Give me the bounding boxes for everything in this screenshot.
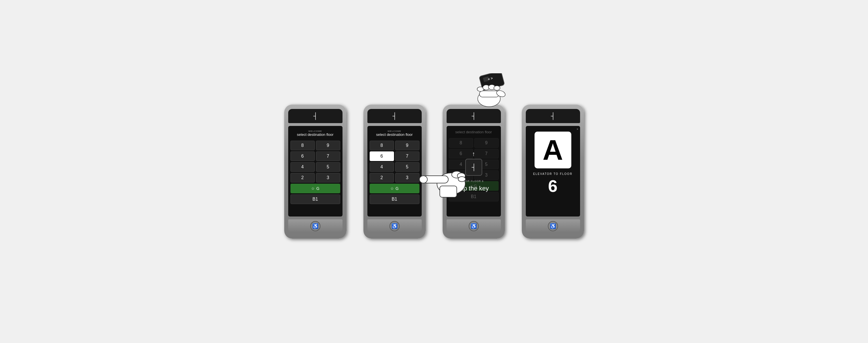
wheelchair-icon-3: ♿: [471, 223, 477, 229]
device-4-bottom: ♿: [526, 219, 580, 233]
floor-btn-3[interactable]: 3: [316, 173, 340, 182]
device-1-welcome: WELCOME: [297, 130, 334, 133]
elevator-letter: A: [542, 136, 563, 164]
floor-btn-4[interactable]: 4: [290, 162, 315, 172]
device-4: ┤ × A ELEVATOR TO FLOOR 6 ♿: [522, 105, 584, 238]
d2-floor-btn-9[interactable]: 9: [395, 141, 420, 150]
floor-btn-9[interactable]: 9: [316, 141, 340, 150]
device-1: ┤ WELCOME select destination floor 8 9 6…: [284, 105, 346, 238]
device-1-logo: ┤: [313, 112, 317, 120]
device-2-accessibility[interactable]: ♿: [390, 221, 400, 231]
device-2: ┤ WELCOME select destination floor 8 9 6…: [364, 105, 426, 238]
d2-floor-btn-4[interactable]: 4: [370, 162, 394, 172]
wheelchair-icon-4: ♿: [550, 223, 556, 229]
floor-btn-2[interactable]: 2: [290, 173, 315, 182]
d2-floor-btn-8[interactable]: 8: [370, 141, 394, 150]
floor-btn-g[interactable]: ☆G: [290, 184, 340, 193]
device-2-bottom: ♿: [367, 219, 422, 233]
device-2-logo: ┤: [393, 112, 397, 120]
close-button[interactable]: ×: [577, 127, 578, 131]
device-3-bottom: ♿: [446, 219, 501, 233]
elevator-letter-box: A: [534, 132, 571, 168]
floor-btn-b1[interactable]: B1: [290, 194, 340, 204]
device-1-floor-grid: 8 9 6 7 4 5 2 3 ☆G B1: [290, 141, 340, 204]
svg-point-5: [458, 177, 466, 182]
device-1-top: ┤: [288, 109, 342, 123]
device-2-screen: WELCOME select destination floor 8 9 6 7…: [367, 126, 422, 217]
svg-point-2: [420, 176, 427, 183]
pointing-hand: [417, 155, 474, 202]
svg-rect-7: [440, 186, 457, 197]
device-1-screen: WELCOME select destination floor 8 9 6 7…: [288, 126, 342, 217]
floor-btn-7[interactable]: 7: [316, 151, 340, 161]
device-1-bottom: ♿: [288, 219, 342, 233]
d2-floor-btn-6[interactable]: 6: [370, 151, 394, 161]
device-4-accessibility[interactable]: ♿: [548, 221, 558, 231]
d2-floor-btn-b1[interactable]: B1: [370, 194, 420, 204]
floor-btn-5[interactable]: 5: [316, 162, 340, 172]
floor-btn-8[interactable]: 8: [290, 141, 315, 150]
device-3-accessibility[interactable]: ♿: [469, 221, 479, 231]
wheelchair-icon-2: ♿: [392, 223, 398, 229]
device-2-welcome: WELCOME: [376, 130, 413, 133]
device-4-screen: × A ELEVATOR TO FLOOR 6: [526, 126, 580, 217]
d2-floor-btn-3[interactable]: 3: [395, 173, 420, 182]
star-icon-2: ☆: [390, 186, 394, 191]
d2-floor-btn-2[interactable]: 2: [370, 173, 394, 182]
device-2-floor-grid: 8 9 6 7 4 5 2 3 ☆G B1: [370, 141, 420, 204]
d2-floor-btn-5[interactable]: 5: [395, 162, 420, 172]
device-2-header: WELCOME select destination floor: [376, 129, 413, 138]
device-4-logo: ┤: [551, 112, 555, 120]
device-2-top: ┤: [367, 109, 422, 123]
wheelchair-icon: ♿: [312, 223, 318, 229]
svg-point-16: [494, 86, 500, 90]
device-2-title: select destination floor: [376, 133, 413, 137]
d2-floor-btn-7[interactable]: 7: [395, 151, 420, 161]
device-1-title: select destination floor: [297, 133, 334, 137]
star-icon: ☆: [311, 186, 315, 191]
device-4-top: ┤: [526, 109, 580, 123]
device-3-logo: ┤: [472, 112, 476, 120]
svg-rect-12: [479, 91, 499, 97]
d2-floor-btn-g[interactable]: ☆G: [370, 184, 420, 193]
device-1-accessibility[interactable]: ♿: [310, 221, 320, 231]
elevator-to-floor-label: ELEVATOR TO FLOOR: [533, 172, 572, 175]
scene: ┤ WELCOME select destination floor 8 9 6…: [284, 105, 584, 238]
elevator-floor-number: 6: [548, 178, 557, 195]
device-3-top: ┤: [446, 109, 501, 123]
device-1-header: WELCOME select destination floor: [297, 129, 334, 138]
card-tap-illustration: < >: [464, 73, 515, 108]
floor-btn-6[interactable]: 6: [290, 151, 315, 161]
